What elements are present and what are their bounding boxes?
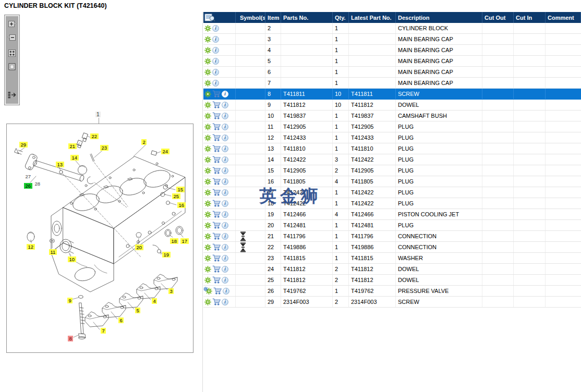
table-row[interactable]: i 3 1 MAIN BEARING CAP bbox=[203, 34, 581, 45]
info-icon[interactable]: i bbox=[222, 113, 228, 119]
info-icon[interactable]: i bbox=[212, 69, 219, 76]
gear-icon[interactable] bbox=[204, 233, 211, 240]
table-row[interactable]: i 8 T411811 10 T411811 SCREW bbox=[203, 89, 581, 100]
add-to-cart-icon[interactable] bbox=[212, 254, 221, 262]
table-row[interactable]: i 4 1 MAIN BEARING CAP bbox=[203, 45, 581, 56]
gear-icon[interactable] bbox=[204, 156, 211, 163]
gear-icon[interactable] bbox=[204, 124, 211, 130]
table-row[interactable]: i 20 T412481 1 T412481 PLUG bbox=[203, 220, 581, 231]
table-row[interactable]: i 6 1 MAIN BEARING CAP bbox=[203, 67, 581, 78]
diagram-callout-22[interactable]: 22 bbox=[90, 133, 99, 139]
diagram-callout-9[interactable]: 9 bbox=[67, 298, 72, 303]
gear-icon[interactable] bbox=[204, 189, 211, 196]
add-to-cart-icon[interactable] bbox=[212, 298, 221, 305]
header-qty[interactable]: Qty. bbox=[333, 12, 349, 23]
info-icon[interactable]: i bbox=[222, 124, 228, 130]
diagram-callout-8[interactable]: 8 bbox=[68, 336, 73, 341]
diagram-callout-16[interactable]: 16 bbox=[177, 202, 186, 208]
add-to-cart-icon[interactable] bbox=[212, 276, 221, 284]
gear-icon[interactable] bbox=[204, 91, 211, 97]
gear-icon[interactable] bbox=[204, 200, 211, 207]
send-to-list-button[interactable] bbox=[7, 90, 17, 100]
add-to-cart-icon[interactable] bbox=[212, 200, 221, 207]
add-to-cart-icon[interactable] bbox=[212, 145, 221, 152]
add-to-cart-icon[interactable] bbox=[212, 178, 221, 185]
diagram-callout-4[interactable]: 4 bbox=[152, 298, 157, 304]
info-icon[interactable]: i bbox=[222, 91, 228, 97]
info-icon[interactable]: i bbox=[222, 211, 228, 218]
zoom-in-button[interactable] bbox=[7, 19, 17, 29]
table-row[interactable]: i 22 T419886 1 T419886 CONNECTION bbox=[203, 242, 581, 253]
gear-icon[interactable] bbox=[204, 211, 211, 218]
fit-view-button[interactable] bbox=[7, 62, 17, 71]
table-row[interactable]: i 12 T412433 1 T412433 PLUG bbox=[203, 132, 581, 143]
gear-icon[interactable] bbox=[204, 47, 211, 54]
diagram-callout-14[interactable]: 14 bbox=[70, 155, 79, 161]
info-icon[interactable]: i bbox=[212, 58, 219, 65]
add-to-cart-icon[interactable] bbox=[212, 167, 221, 174]
diagram-callout-19[interactable]: 19 bbox=[162, 252, 171, 258]
table-row[interactable]: i 19 T412466 4 T412466 PISTON COO bbox=[203, 209, 581, 220]
add-to-cart-icon[interactable] bbox=[212, 211, 221, 218]
diagram-callout-7[interactable]: 7 bbox=[101, 328, 106, 334]
add-to-cart-icon[interactable] bbox=[212, 134, 221, 141]
gear-icon[interactable] bbox=[204, 25, 211, 32]
gear-icon[interactable] bbox=[204, 80, 211, 87]
table-row[interactable]: i 2 1 CYLINDER BLOCK bbox=[203, 23, 581, 34]
diagram-callout-3[interactable]: 3 bbox=[168, 288, 174, 294]
gear-icon[interactable] bbox=[204, 102, 211, 108]
diagram-callout-12[interactable]: 12 bbox=[27, 244, 35, 250]
table-row[interactable]: i 13 T411810 1 T411810 PLUG bbox=[203, 143, 581, 154]
info-icon[interactable]: i bbox=[222, 178, 228, 185]
tile-view-button[interactable] bbox=[7, 48, 17, 58]
table-row[interactable]: i 10 T419837 1 T419837 CAMSHAFT B bbox=[203, 111, 581, 121]
diagram-callout-6[interactable]: 6 bbox=[118, 317, 124, 323]
table-row[interactable]: i 9 T411812 10 T411812 DOWEL bbox=[203, 100, 581, 111]
add-to-cart-icon[interactable] bbox=[212, 243, 221, 251]
info-icon[interactable]: i bbox=[212, 36, 219, 43]
info-icon[interactable]: i bbox=[222, 200, 228, 207]
diagram-callout-5[interactable]: 5 bbox=[135, 308, 140, 313]
info-icon[interactable]: i bbox=[222, 299, 228, 305]
add-to-cart-icon[interactable] bbox=[212, 222, 221, 229]
diagram-callout-29[interactable]: 29 bbox=[19, 142, 28, 148]
diagram-callout-10[interactable]: 10 bbox=[68, 256, 76, 262]
header-item[interactable]: Item bbox=[265, 12, 281, 23]
table-row[interactable]: i 25 T411812 2 T411812 DOWEL bbox=[203, 275, 581, 286]
exploded-view-diagram[interactable]: 2921222322414132728261525161211102019181… bbox=[6, 124, 193, 353]
header-parts-no[interactable]: Parts No. bbox=[281, 12, 333, 23]
add-to-cart-icon[interactable] bbox=[212, 90, 221, 97]
diagram-callout-15[interactable]: 15 bbox=[176, 187, 185, 192]
info-icon[interactable]: i bbox=[212, 25, 219, 32]
gear-icon[interactable] bbox=[204, 134, 211, 141]
gear-icon[interactable] bbox=[204, 69, 211, 76]
gear-icon[interactable] bbox=[204, 222, 211, 229]
gear-icon[interactable] bbox=[204, 266, 211, 273]
info-icon[interactable]: i bbox=[222, 145, 228, 152]
info-icon[interactable]: i bbox=[222, 277, 228, 284]
header-cut-out[interactable]: Cut Out bbox=[482, 12, 514, 23]
add-to-cart-icon[interactable] bbox=[212, 112, 221, 119]
diagram-callout-26[interactable]: 26 bbox=[24, 183, 32, 189]
diagram-callout-27[interactable]: 27 bbox=[24, 174, 32, 179]
info-icon[interactable]: i bbox=[222, 102, 228, 108]
gear-icon[interactable] bbox=[204, 36, 211, 43]
gear-icon[interactable] bbox=[204, 178, 211, 185]
table-row[interactable]: i 26 T419762 1 T419762 PRESSURE V bbox=[203, 286, 581, 297]
header-description[interactable]: Description bbox=[396, 12, 482, 23]
diagram-callout-25[interactable]: 25 bbox=[172, 193, 180, 199]
diagram-callout-24[interactable]: 24 bbox=[161, 149, 170, 154]
header-symbol[interactable]: Symbol(s) bbox=[236, 12, 265, 23]
add-to-cart-icon[interactable] bbox=[212, 232, 221, 240]
table-row[interactable]: i 24 T411812 2 T411812 DOWEL bbox=[203, 264, 581, 275]
info-icon[interactable]: i bbox=[223, 288, 229, 295]
add-to-cart-icon[interactable] bbox=[212, 156, 221, 163]
info-icon[interactable]: i bbox=[222, 233, 228, 240]
table-row[interactable]: i 15 T412905 2 T412905 PLUG bbox=[203, 165, 581, 176]
diagram-callout-13[interactable]: 13 bbox=[56, 162, 64, 167]
gear-icon[interactable] bbox=[204, 113, 211, 119]
info-icon[interactable]: i bbox=[222, 134, 228, 141]
diagram-callout-18[interactable]: 18 bbox=[170, 238, 178, 244]
gear-icon[interactable] bbox=[204, 145, 211, 152]
info-icon[interactable]: i bbox=[222, 222, 228, 229]
